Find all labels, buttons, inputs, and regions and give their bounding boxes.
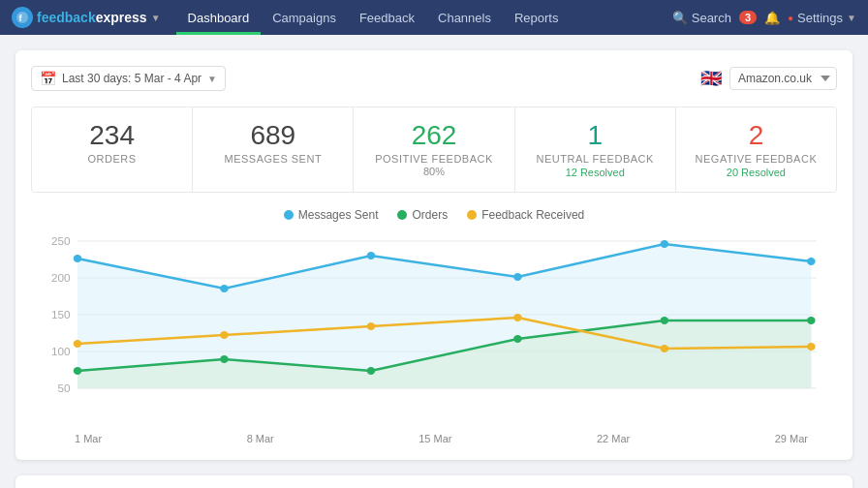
legend-messages: Messages Sent: [284, 208, 379, 222]
orders-legend-dot: [397, 210, 407, 220]
orders-label: ORDERS: [47, 153, 176, 165]
fb-dot-0: [74, 340, 82, 348]
settings-label: Settings: [797, 11, 843, 25]
main-content: 📅 Last 30 days: 5 Mar - 4 Apr ▼ 🇬🇧 Amazo…: [0, 35, 868, 488]
stat-negative: 2 NEGATIVE FEEDBACK 20 Resolved: [676, 107, 836, 192]
fb-dot-1: [220, 331, 229, 339]
search-button[interactable]: 🔍 Search: [672, 11, 731, 25]
fb-dot-5: [807, 343, 816, 351]
msg-dot-4: [661, 240, 669, 248]
stat-orders: 234 ORDERS: [32, 107, 193, 192]
x-label-3: 22 Mar: [597, 433, 630, 444]
positive-label: POSITIVE FEEDBACK: [369, 153, 498, 165]
brand-caret-icon: ▼: [151, 13, 161, 23]
ord-dot-4: [661, 317, 669, 324]
ord-dot-3: [513, 335, 522, 343]
date-filter-label: Last 30 days: 5 Mar - 4 Apr: [62, 72, 202, 85]
notification-badge[interactable]: 3: [739, 11, 757, 24]
x-label-0: 1 Mar: [75, 433, 102, 444]
positive-number: 262: [369, 121, 498, 151]
marketplace-selector: 🇬🇧 Amazon.co.uk: [700, 67, 837, 90]
svg-text:50: 50: [57, 382, 70, 394]
navbar: f feedbackexpress ▼ Dashboard Campaigns …: [0, 0, 868, 35]
chart-legend: Messages Sent Orders Feedback Received: [31, 208, 837, 222]
messages-number: 689: [208, 121, 337, 151]
nav-link-campaigns[interactable]: Campaigns: [261, 0, 348, 35]
fb-dot-3: [513, 314, 522, 321]
settings-dot-icon: ●: [788, 13, 793, 23]
neutral-resolved: 12 Resolved: [531, 167, 660, 178]
search-label: Search: [692, 11, 731, 25]
marketplace-dropdown[interactable]: Amazon.co.uk: [729, 67, 837, 90]
msg-dot-3: [513, 273, 522, 281]
feedback-section: Feedback Last 30 days: 5 Mar - 4 Apr Pos…: [16, 475, 852, 488]
orders-legend-label: Orders: [412, 208, 448, 222]
bell-icon[interactable]: 🔔: [764, 11, 780, 25]
messages-legend-label: Messages Sent: [298, 208, 379, 222]
chart-svg: 250 200 150 100 50: [31, 231, 837, 425]
x-label-1: 8 Mar: [247, 433, 274, 444]
stat-neutral: 1 NEUTRAL FEEDBACK 12 Resolved: [515, 107, 676, 192]
nav-link-reports[interactable]: Reports: [503, 0, 571, 35]
messages-legend-dot: [284, 210, 294, 220]
negative-number: 2: [692, 121, 821, 151]
brand-icon: f: [12, 7, 33, 28]
positive-sub: 80%: [369, 166, 498, 177]
feedback-legend-label: Feedback Received: [481, 208, 584, 222]
ord-dot-2: [367, 367, 376, 375]
neutral-number: 1: [531, 121, 660, 151]
date-filter[interactable]: 📅 Last 30 days: 5 Mar - 4 Apr ▼: [31, 66, 226, 91]
top-row: 📅 Last 30 days: 5 Mar - 4 Apr ▼ 🇬🇧 Amazo…: [31, 66, 837, 91]
calendar-icon: 📅: [40, 71, 56, 86]
legend-feedback: Feedback Received: [467, 208, 584, 222]
neutral-label: NEUTRAL FEEDBACK: [531, 153, 660, 165]
nav-links: Dashboard Campaigns Feedback Channels Re…: [176, 0, 672, 35]
settings-button[interactable]: ● Settings ▼: [788, 11, 856, 25]
settings-caret-icon: ▼: [847, 13, 856, 23]
nav-link-channels[interactable]: Channels: [426, 0, 503, 35]
ord-dot-1: [220, 355, 229, 363]
legend-orders: Orders: [397, 208, 448, 222]
ord-dot-5: [807, 317, 816, 324]
brand-name: feedbackexpress: [37, 10, 147, 25]
fb-dot-2: [367, 322, 376, 330]
feedback-legend-dot: [467, 210, 477, 220]
svg-text:100: 100: [51, 346, 71, 357]
msg-dot-2: [367, 252, 376, 259]
nav-link-feedback[interactable]: Feedback: [348, 0, 426, 35]
brand[interactable]: f feedbackexpress ▼: [12, 7, 161, 28]
stats-row: 234 ORDERS 689 MESSAGES SENT 262 POSITIV…: [31, 107, 837, 193]
x-axis-labels: 1 Mar 8 Mar 15 Mar 22 Mar 29 Mar: [31, 433, 837, 444]
stat-positive: 262 POSITIVE FEEDBACK 80%: [354, 107, 514, 192]
negative-label: NEGATIVE FEEDBACK: [692, 153, 821, 165]
svg-text:250: 250: [51, 235, 71, 247]
search-icon: 🔍: [672, 11, 688, 25]
dashboard-card: 📅 Last 30 days: 5 Mar - 4 Apr ▼ 🇬🇧 Amazo…: [16, 50, 852, 460]
fb-dot-4: [661, 345, 669, 352]
messages-label: MESSAGES SENT: [208, 153, 337, 165]
nav-link-dashboard[interactable]: Dashboard: [176, 0, 262, 35]
orders-number: 234: [47, 121, 176, 151]
flag-icon: 🇬🇧: [700, 68, 722, 89]
msg-dot-1: [220, 285, 229, 292]
date-filter-arrow-icon: ▼: [207, 74, 217, 84]
ord-dot-0: [74, 367, 82, 375]
x-label-2: 15 Mar: [418, 433, 451, 444]
line-chart: 250 200 150 100 50: [31, 231, 837, 425]
svg-text:150: 150: [51, 309, 71, 320]
msg-dot-5: [807, 258, 816, 265]
msg-dot-0: [74, 255, 82, 262]
svg-text:200: 200: [51, 272, 71, 284]
x-label-4: 29 Mar: [775, 433, 808, 444]
stat-messages: 689 MESSAGES SENT: [193, 107, 354, 192]
nav-right: 🔍 Search 3 🔔 ● Settings ▼: [672, 11, 856, 25]
negative-resolved: 20 Resolved: [692, 167, 821, 178]
